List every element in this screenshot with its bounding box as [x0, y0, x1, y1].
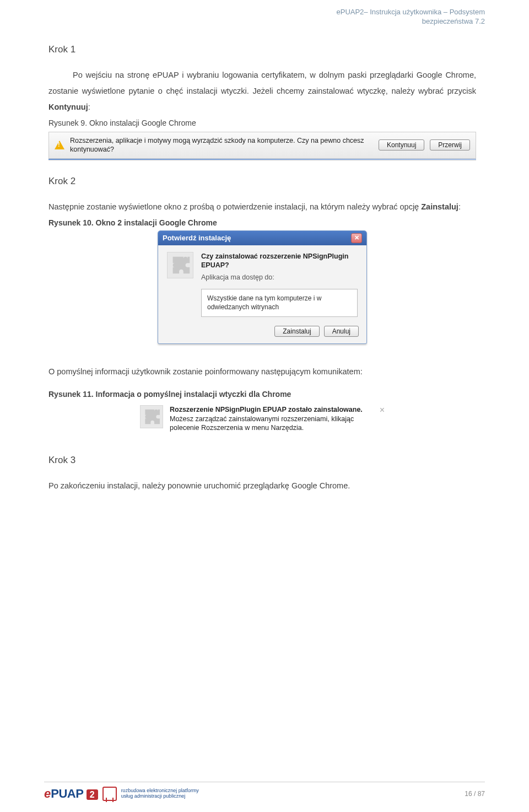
- dialog-text: Czy zainstalować rozszerzenie NPSignPlug…: [201, 252, 358, 282]
- step1-bold: Kontynuuj: [48, 103, 88, 111]
- epuap-logo: ePUAP 2 rozbudowa elektronicznej platfor…: [44, 787, 199, 801]
- header-line1: ePUAP2– Instrukcja użytkownika – Podsyst…: [281, 8, 485, 17]
- extension-icon: [140, 405, 163, 428]
- dialog-sub-text: Aplikacja ma dostęp do:: [201, 273, 358, 281]
- figure9-caption: Rysunek 9. Okno instalacji Google Chrome: [48, 119, 476, 127]
- bar-text: Rozszerzenia, aplikacje i motywy mogą wy…: [70, 136, 373, 154]
- notification-title: Rozszerzenie NPSignPlugin EPUAP zostało …: [170, 405, 373, 415]
- cancel-install-button[interactable]: Anuluj: [324, 326, 359, 337]
- dialog-titlebar: Potwierdź instalację ✕: [158, 231, 366, 245]
- dialog-body: Czy zainstalować rozszerzenie NPSignPlug…: [158, 245, 366, 287]
- install-success-notification: Rozszerzenie NPSignPlugin EPUAP zostało …: [136, 402, 389, 437]
- warning-icon: [55, 141, 64, 149]
- step1-paragraph: Po wejściu na stronę ePUAP i wybraniu lo…: [48, 67, 476, 115]
- figure9: Rozszerzenia, aplikacje i motywy mogą wy…: [48, 132, 476, 160]
- dialog-main-text: Czy zainstalować rozszerzenie NPSignPlug…: [201, 252, 358, 271]
- figure10: Potwierdź instalację ✕ Czy zainstalować …: [48, 230, 476, 344]
- confirm-install-dialog: Potwierdź instalację ✕ Czy zainstalować …: [158, 230, 367, 344]
- notification-text: Rozszerzenie NPSignPlugin EPUAP zostało …: [170, 405, 373, 433]
- logo-subtitle: rozbudowa elektronicznej platformy usług…: [121, 788, 199, 799]
- close-icon[interactable]: ✕: [351, 233, 362, 243]
- figure11: Rozszerzenie NPSignPlugin EPUAP zostało …: [48, 402, 476, 437]
- install-button[interactable]: Zainstaluj: [274, 326, 319, 337]
- page-number: 16 / 87: [465, 790, 485, 798]
- close-icon[interactable]: ×: [380, 405, 385, 433]
- extension-icon: [167, 252, 193, 278]
- chrome-install-bar: Rozszerzenia, aplikacje i motywy mogą wy…: [48, 132, 476, 159]
- step3-paragraph: Po zakończeniu instalacji, należy ponown…: [48, 478, 476, 494]
- notification-sub: Możesz zarządzać zainstalowanymi rozszer…: [170, 415, 373, 433]
- cancel-button[interactable]: Przerwij: [430, 139, 470, 150]
- logo-sub2: usług administracji publicznej: [121, 794, 199, 799]
- step2-outcome: O pomyślnej informacji użytkownik zostan…: [48, 364, 476, 380]
- step3-title: Krok 3: [48, 455, 476, 466]
- step2-bold: Zainstaluj: [421, 202, 458, 211]
- continue-button[interactable]: Kontynuuj: [379, 139, 424, 150]
- logo-puap: PUAP: [51, 787, 83, 800]
- dialog-buttons: Zainstaluj Anuluj: [158, 322, 366, 343]
- logo-2-badge: 2: [87, 789, 98, 800]
- logo-e: e: [44, 787, 51, 800]
- step2-title: Krok 2: [48, 176, 476, 187]
- step1-text: Po wejściu na stronę ePUAP i wybraniu lo…: [48, 71, 476, 95]
- bar-divider: [48, 159, 476, 160]
- step2-paragraph: Następnie zostanie wyświetlone okno z pr…: [48, 199, 476, 215]
- page-header: ePUAP2– Instrukcja użytkownika – Podsyst…: [281, 8, 485, 26]
- document-content: Krok 1 Po wejściu na stronę ePUAP i wybr…: [48, 44, 476, 496]
- figure11-caption: Rysunek 11. Informacja o pomyślnej insta…: [48, 390, 476, 399]
- step1-colon: :: [88, 103, 90, 111]
- step1-title: Krok 1: [48, 44, 476, 55]
- step2-colon: :: [458, 202, 461, 211]
- logo-icon: [102, 787, 117, 801]
- permissions-box: Wszystkie dane na tym komputerze i w odw…: [201, 289, 358, 316]
- step2-text: Następnie zostanie wyświetlone okno z pr…: [48, 202, 421, 211]
- page-footer: ePUAP 2 rozbudowa elektronicznej platfor…: [44, 782, 485, 801]
- dialog-title-text: Potwierdź instalację: [163, 234, 231, 242]
- figure10-caption: Rysunek 10. Okno 2 instalacji Google Chr…: [48, 218, 476, 227]
- header-line2: bezpieczeństwa 7.2: [281, 17, 485, 26]
